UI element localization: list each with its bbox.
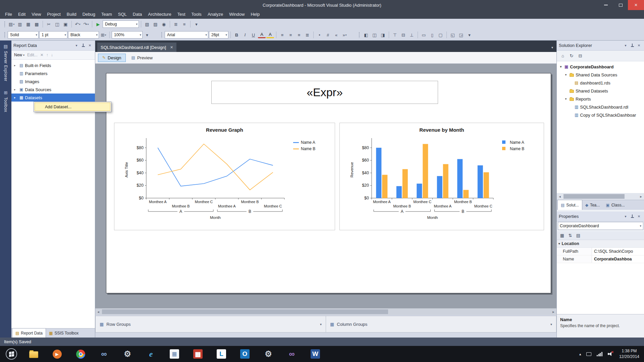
menu-data[interactable]: Data [130,10,145,19]
column-groups-caret-icon[interactable]: ▾ [550,322,552,326]
solution-item-shared-data-sources[interactable]: ▾Shared Data Sources [557,71,644,79]
expander-icon[interactable]: ▾ [564,97,568,101]
decrease-indent-icon[interactable]: « [332,31,340,39]
alphabetical-icon[interactable]: ⇅ [567,232,574,239]
same-height-icon[interactable]: ▯ [428,31,436,39]
property-category-row[interactable]: ▾Location [557,240,644,248]
toolbox-app-icon[interactable]: ▦ [191,347,205,361]
property-row-fullpath[interactable]: FullPathC:\SQL Shack\Corpo [557,248,644,255]
properties-object-combo[interactable]: CorporateDashboard ▾ [558,222,643,230]
new-button[interactable]: New▾ [14,53,24,57]
expander-icon[interactable]: ▾ [558,242,560,245]
bring-to-front-icon[interactable]: ◱ [449,31,457,39]
hidden-icons-button[interactable]: ▴ [579,352,581,356]
tree-item-datasets[interactable]: ▸▦Datasets [11,94,95,102]
solution-item-corporatedashboard[interactable]: ▾▣CorporateDashboard [557,63,644,71]
expander-icon[interactable]: ▾ [564,73,568,76]
justify-icon[interactable]: ≣ [304,31,311,39]
scrollbar-thumb[interactable] [102,309,388,314]
title-textbox[interactable]: «Expr» [211,81,438,104]
align-middles-icon[interactable]: ⊟ [399,31,407,39]
redo-icon[interactable]: ↷▾ [82,20,90,28]
tree-item-data-sources[interactable]: ▸▣Data Sources [11,85,95,94]
tab-solut[interactable]: ▤Solut... [557,200,582,210]
internet-explorer-icon[interactable]: e [144,347,158,361]
network-icon[interactable] [597,352,602,356]
volume-muted-icon[interactable]: ✕ [608,352,614,356]
border-width-combo[interactable]: 1 pt▾ [39,31,67,39]
preview-report-icon[interactable]: ▨ [152,20,159,28]
home-icon[interactable]: ⌂ [559,53,566,59]
same-width-icon[interactable]: ▭ [420,31,428,39]
font-size-combo[interactable]: 26pt▾ [209,31,228,39]
tab-class[interactable]: ▣Class... [603,200,628,210]
edit-button[interactable]: Edit... [27,53,38,57]
refresh-icon[interactable]: ↻ [568,53,575,59]
align-bottoms-icon[interactable]: ⊥ [408,31,416,39]
menu-project[interactable]: Project [44,10,63,19]
column-groups-pane[interactable]: ▦ Column Groups ▾ [326,316,556,332]
menu-edit[interactable]: Edit [15,10,29,19]
menu-analyze[interactable]: Analyze [205,10,226,19]
increase-indent-icon[interactable]: »▾ [341,31,348,39]
debug-target-combo[interactable]: Debug▾ [103,20,139,28]
report-page[interactable]: «Expr» Revenue Graph$0$20$40$60$80Monthe… [106,73,551,293]
bold-icon[interactable]: B [233,31,240,39]
bullet-list-icon[interactable]: • [316,31,323,39]
row-groups-caret-icon[interactable]: ▾ [320,322,322,326]
admin-tools-icon[interactable]: ⚙ [120,347,135,361]
highlight-color-icon[interactable]: A [266,32,274,38]
font-family-combo[interactable]: Arial▾ [165,31,208,39]
tab-ssis-toolbox[interactable]: ▦SSIS Toolbox [46,328,82,338]
paste-icon[interactable]: ▣ [62,20,69,28]
expander-icon[interactable]: ▸ [14,96,18,99]
outlook-icon[interactable]: O [237,347,252,361]
side-tab-toolbox[interactable]: ⊞Toolbox [3,90,8,112]
align-lefts-icon[interactable]: ◧ [362,31,370,39]
close-panel-icon[interactable]: ✕ [87,43,93,49]
solution-item-shared-datasets[interactable]: Shared Datasets [557,87,644,95]
start-debug-button[interactable]: ▶ [94,20,102,28]
property-value[interactable]: C:\SQL Shack\Corpo [592,248,644,255]
menu-help[interactable]: Help [248,10,263,19]
open-file-icon[interactable]: ▥ [16,20,24,28]
align-rights-icon[interactable]: ◨ [379,31,387,39]
property-pages-icon[interactable]: ▤ [575,232,582,239]
panel-menu-icon[interactable]: ▾ [623,43,629,49]
solution-item-sqlshackdashboard-rdl[interactable]: ▥SQLShackDashboard.rdl [557,103,644,111]
tray-display-icon[interactable] [586,352,591,356]
close-panel-icon[interactable]: ✕ [636,214,642,220]
side-tab-server-explorer[interactable]: ▤Server Explorer [3,44,8,81]
menu-sql[interactable]: SQL [115,10,130,19]
tab-tea[interactable]: ◆Tea... [582,200,603,210]
row-groups-pane[interactable]: ▦ Row Groups ▾ [96,316,326,332]
align-center-icon[interactable]: ≡ [287,31,294,39]
copy-icon[interactable]: ◫ [53,20,61,28]
send-to-back-icon[interactable]: ◲ [457,31,465,39]
delete-button[interactable]: ✕ [40,53,44,57]
menu-view[interactable]: View [29,10,44,19]
cut-icon[interactable]: ✂ [45,20,53,28]
property-value[interactable]: CorporateDashboa [592,255,644,263]
expander-icon[interactable]: ▸ [14,64,18,67]
chrome-icon[interactable] [73,347,88,361]
uncomment-icon[interactable]: ≡ [180,20,188,28]
menu-item-add-dataset[interactable]: Add Dataset... [35,103,110,111]
document-close-icon[interactable]: ✕ [170,45,173,50]
border-outline-icon[interactable]: ⊞▾ [100,31,107,39]
media-player-icon[interactable]: ▶ [50,347,64,361]
same-size-icon[interactable]: ▢ [437,31,444,39]
solution-item-dashboard1-rds[interactable]: ▤dashboard1.rds [557,79,644,87]
menu-architecture[interactable]: Architecture [145,10,174,19]
menu-tools[interactable]: Tools [189,10,205,19]
menu-debug[interactable]: Debug [79,10,98,19]
word-icon[interactable]: W [308,347,323,361]
zoom-combo[interactable]: 100%▾ [112,31,143,39]
lync-icon[interactable]: L [214,347,229,361]
pin-icon[interactable] [80,43,86,49]
menu-file[interactable]: File [2,10,15,19]
notes-app-icon[interactable]: ≣ [167,347,182,361]
scroll-left-icon[interactable]: ◂ [95,310,101,314]
find-in-files-icon[interactable]: ◉ [160,20,168,28]
tree-item-images[interactable]: ▨Images [11,77,95,85]
